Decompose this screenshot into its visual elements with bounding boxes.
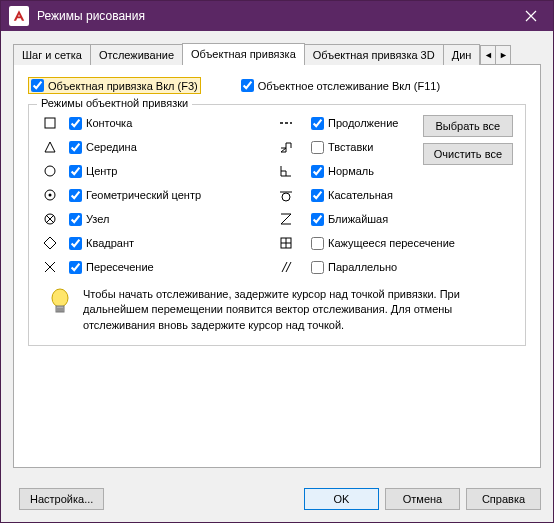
tab-osnap-3d[interactable]: Объектная привязка 3D [304,44,444,65]
tab-dyn[interactable]: Дин [443,44,481,65]
osnap-tangent-checkbox[interactable]: Касательная [311,189,513,202]
app-icon [9,6,29,26]
tab-scroll-left[interactable]: ◄ [480,45,496,65]
svg-point-4 [282,193,290,201]
extension-icon [277,115,295,131]
tip-bulb-icon [47,287,73,333]
otrack-enable-checkbox[interactable]: Объектное отслеживание Вкл (F11) [241,77,440,94]
osnap-intersection-checkbox[interactable]: Пересечение [69,261,271,274]
insertion-icon [277,139,295,155]
perp-icon [277,163,295,179]
geocenter-icon [41,187,59,203]
osnap-enable-checkbox[interactable]: Объектная привязка Вкл (F3) [28,77,201,94]
tab-strip: Шаг и сетка Отслеживание Объектная привя… [13,43,541,65]
close-button[interactable] [508,1,553,31]
osnap-enable-label: Объектная привязка Вкл (F3) [48,80,198,92]
tab-osnap[interactable]: Объектная привязка [182,43,305,65]
intersection-icon [41,259,59,275]
osnap-appint-checkbox[interactable]: Кажущееся пересечение [311,237,513,250]
svg-point-1 [45,166,55,176]
endpoint-icon [41,115,59,131]
tangent-icon [277,187,295,203]
osnap-midpoint-checkbox[interactable]: Середина [69,141,271,154]
osnap-modes-group: Режимы объектной привязки Выбрать все Оч… [28,104,526,346]
osnap-nearest-checkbox[interactable]: Ближайшая [311,213,513,226]
select-all-button[interactable]: Выбрать все [423,115,513,137]
nearest-icon [277,211,295,227]
osnap-perp-checkbox[interactable]: Нормаль [311,165,513,178]
osnap-center-checkbox[interactable]: Центр [69,165,271,178]
tab-tracking[interactable]: Отслеживание [90,44,183,65]
cancel-button[interactable]: Отмена [385,488,460,510]
clear-all-button[interactable]: Очистить все [423,143,513,165]
osnap-parallel-checkbox[interactable]: Параллельно [311,261,513,274]
appint-icon [277,235,295,251]
group-legend: Режимы объектной привязки [37,97,192,109]
quadrant-icon [41,235,59,251]
osnap-quadrant-checkbox[interactable]: Квадрант [69,237,271,250]
options-button[interactable]: Настройка... [19,488,104,510]
midpoint-icon [41,139,59,155]
osnap-endpoint-checkbox[interactable]: Конточка [69,117,271,130]
ok-button[interactable]: OK [304,488,379,510]
otrack-enable-label: Объектное отслеживание Вкл (F11) [258,80,440,92]
tip-text: Чтобы начать отслеживание, задержите кур… [83,287,507,333]
osnap-geocenter-checkbox[interactable]: Геометрический центр [69,189,271,202]
parallel-icon [277,259,295,275]
help-button[interactable]: Справка [466,488,541,510]
node-icon [41,211,59,227]
svg-point-7 [52,289,68,307]
osnap-node-checkbox[interactable]: Узел [69,213,271,226]
tab-scroll-right[interactable]: ► [495,45,511,65]
svg-point-3 [49,194,52,197]
window-title: Режимы рисования [37,9,508,23]
tab-step-grid[interactable]: Шаг и сетка [13,44,91,65]
center-icon [41,163,59,179]
titlebar: Режимы рисования [1,1,553,31]
svg-rect-0 [45,118,55,128]
